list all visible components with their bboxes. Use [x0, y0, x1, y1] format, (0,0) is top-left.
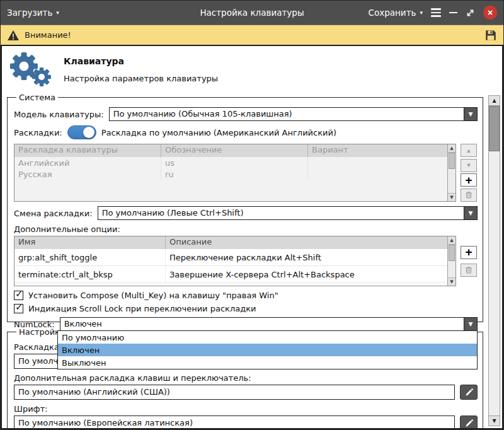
compose-checkbox-row[interactable]: ✓ Установить Compose (Multi_Key) на клав…: [14, 291, 478, 300]
keyboard-model-label: Модель клавиатуры:: [14, 110, 104, 119]
layouts-label: Раскладки:: [14, 128, 62, 137]
warning-icon: [7, 30, 20, 41]
close-button[interactable]: ×: [483, 6, 497, 20]
save-file-button[interactable]: [484, 29, 497, 42]
numlock-label: NumLock:: [14, 320, 55, 329]
scroll-down-icon: ▼: [492, 418, 496, 424]
scroll-down-button[interactable]: ▼: [448, 277, 455, 286]
table-row[interactable]: Русская ru: [14, 168, 447, 180]
cell-variant: [308, 168, 447, 180]
options-table-body: grp:alt_shift_toggle Переключение раскла…: [14, 249, 447, 286]
default-layout-toggle[interactable]: [67, 125, 96, 139]
layout-switch-value: По умолчанию (Левые Ctrl+Shift): [98, 207, 464, 219]
column-header-code: Обозначение: [161, 144, 308, 157]
layout-switch-row: Смена раскладки: По умолчанию (Левые Ctr…: [14, 206, 478, 220]
numlock-value: Включен: [60, 318, 464, 330]
extra-layout-value: По умолчанию (Английский (США)): [18, 387, 170, 397]
compose-checkbox-label: Установить Compose (Multi_Key) на клавиш…: [28, 291, 278, 300]
scrollbar-thumb[interactable]: [449, 245, 455, 261]
table-row[interactable]: Английский us: [14, 157, 447, 168]
minimize-icon: [449, 12, 457, 14]
titlebar-controls: Сохранить ▾ ×: [369, 6, 497, 20]
load-menu-button[interactable]: Загрузить ▾: [7, 8, 59, 18]
arrow-up-icon: ▲: [466, 148, 472, 154]
dropdown-arrow-button[interactable]: ▼: [464, 207, 477, 219]
move-down-button[interactable]: ▼: [461, 159, 477, 172]
hamburger-menu-button[interactable]: [431, 8, 441, 17]
minimize-button[interactable]: [449, 12, 457, 14]
dropdown-arrow-button[interactable]: ▼: [464, 108, 477, 120]
chevron-down-icon: ▼: [469, 111, 473, 117]
titlebar: Загрузить ▾ Настройка клавиатуры Сохрани…: [1, 1, 503, 25]
system-section: Система Модель клавиатуры: По умолчанию …: [7, 93, 483, 322]
scrolllock-checkbox[interactable]: ✓: [14, 304, 23, 313]
layout-switch-label: Смена раскладки:: [14, 209, 93, 218]
cell-option-description: Завершение X-сервера Ctrl+Alt+Backspace: [166, 266, 447, 282]
trash-icon: [464, 265, 473, 274]
cell-layout: Русская: [14, 168, 161, 180]
arrow-down-icon: ▼: [466, 162, 472, 168]
column-header-description: Описание: [166, 236, 447, 249]
options-table-scrollbar[interactable]: ▲ ▼: [447, 236, 455, 286]
save-menu-label: Сохранить: [369, 8, 416, 18]
options-table: Имя Описание grp:alt_shift_toggle Перекл…: [14, 236, 456, 286]
scroll-down-button[interactable]: ▼: [489, 415, 500, 426]
numlock-dropdown-list: По умолчанию Включен Выключен: [57, 330, 478, 369]
maximize-button[interactable]: [466, 8, 475, 18]
delete-option-button[interactable]: [461, 264, 477, 277]
vertical-scrollbar[interactable]: ▲ ▼: [488, 95, 500, 426]
dropdown-option-on-selected[interactable]: Включен: [58, 344, 477, 356]
extra-layout-label: Дополнительная раскладка клавиш и перекл…: [14, 373, 478, 383]
extra-layout-edit-button[interactable]: [460, 385, 478, 400]
options-table-buttons: +: [461, 236, 478, 286]
scrolllock-checkbox-row[interactable]: ✓ Индикация Scroll Lock при переключении…: [14, 304, 478, 313]
font-value: По умолчанию (Европейская латинская): [18, 418, 193, 427]
close-icon: ×: [488, 8, 493, 18]
scrollbar-thumb[interactable]: [449, 153, 455, 169]
content-area: Клавиатура Настройка параметров клавиату…: [1, 45, 503, 429]
cell-code: ru: [161, 168, 308, 180]
move-up-button[interactable]: ▲: [461, 144, 477, 157]
warning-bar: Внимание!: [1, 25, 503, 45]
keyboard-model-select[interactable]: По умолчанию (Обычная 105-клавишная) ▼: [109, 107, 478, 121]
scroll-up-button[interactable]: ▲: [448, 236, 455, 245]
delete-layout-button[interactable]: [461, 189, 477, 202]
dropdown-option-default[interactable]: По умолчанию: [58, 331, 477, 344]
layouts-table-header: Раскладка клавиатуры Обозначение Вариант: [14, 144, 447, 157]
load-menu-label: Загрузить: [7, 8, 52, 18]
floppy-disk-icon: [484, 29, 497, 42]
numlock-select[interactable]: Включен ▼: [60, 317, 478, 331]
scroll-up-button[interactable]: ▲: [489, 96, 500, 106]
pencil-icon: [464, 419, 474, 428]
page-title: Клавиатура: [64, 56, 218, 66]
add-option-button[interactable]: +: [461, 246, 477, 259]
table-row[interactable]: grp:alt_shift_toggle Переключение раскла…: [14, 249, 447, 266]
scrollbar-thumb[interactable]: [489, 106, 500, 151]
add-layout-button[interactable]: +: [461, 173, 477, 187]
hamburger-icon: [431, 8, 441, 17]
scroll-up-button[interactable]: ▲: [448, 144, 455, 153]
compose-checkbox[interactable]: ✓: [14, 291, 23, 300]
column-header-layout: Раскладка клавиатуры: [14, 144, 161, 157]
scrolllock-checkbox-label: Индикация Scroll Lock при переключении р…: [28, 304, 256, 313]
dropdown-option-off[interactable]: Выключен: [58, 356, 477, 369]
table-row[interactable]: terminate:ctrl_alt_bksp Завершение X-сер…: [14, 266, 447, 283]
toggle-knob: [83, 127, 94, 138]
column-header-variant: Вариант: [308, 144, 447, 157]
chevron-down-icon: ▾: [420, 10, 423, 16]
scroll-up-icon: ▲: [450, 238, 453, 243]
font-label: Шрифт:: [14, 404, 478, 414]
scroll-down-icon: ▼: [450, 279, 453, 284]
save-menu-button[interactable]: Сохранить ▾: [369, 8, 423, 18]
layouts-toggle-row: Раскладки: Раскладка по умолчанию (Амери…: [14, 125, 478, 139]
cell-option-name: grp:alt_shift_toggle: [14, 249, 166, 265]
font-edit-button[interactable]: [460, 415, 478, 429]
layout-switch-select[interactable]: По умолчанию (Левые Ctrl+Shift) ▼: [98, 206, 478, 220]
extra-layout-field[interactable]: По умолчанию (Английский (США)): [14, 385, 455, 400]
page-subtitle: Настройка параметров клавиатуры: [64, 74, 218, 83]
dropdown-arrow-button[interactable]: ▼: [464, 318, 477, 330]
keyboard-model-row: Модель клавиатуры: По умолчанию (Обычная…: [14, 107, 478, 121]
scroll-down-button[interactable]: ▼: [448, 193, 455, 201]
font-field[interactable]: По умолчанию (Европейская латинская): [14, 415, 455, 429]
layouts-table-scrollbar[interactable]: ▲ ▼: [447, 144, 455, 201]
